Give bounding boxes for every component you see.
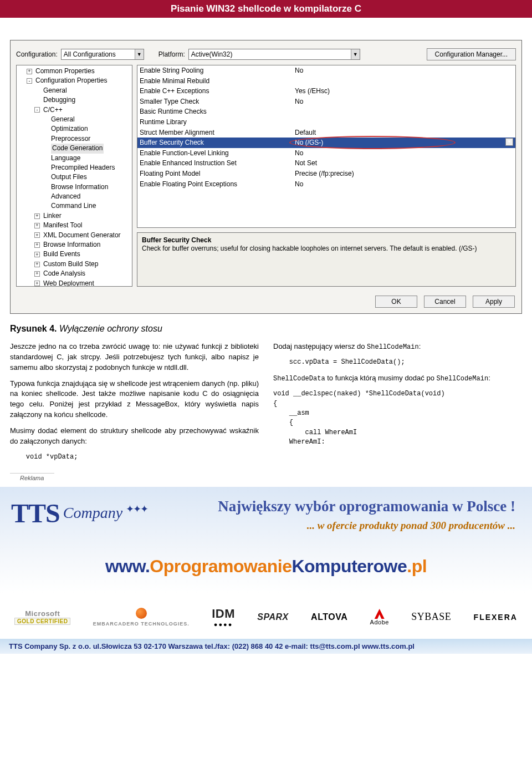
plus-icon[interactable]: + — [34, 281, 40, 286]
tree-node[interactable]: -C/C++ — [19, 105, 130, 115]
property-row[interactable]: Enable Minimal Rebuild — [137, 76, 515, 87]
footer-contact: TTS Company Sp. z o.o. ul.Słowicza 53 02… — [0, 639, 532, 654]
tree-node[interactable]: +Manifest Tool — [19, 221, 130, 230]
chevron-down-icon[interactable]: ▼ — [505, 138, 513, 146]
property-tree[interactable]: +Common Properties-Configuration Propert… — [16, 65, 132, 287]
article-columns: Jeszcze jedno na co trzeba zwrócić uwagę… — [10, 342, 522, 467]
property-list[interactable]: Enable String PoolingNoEnable Minimal Re… — [137, 65, 516, 228]
tree-node-label: Precompiled Headers — [51, 163, 115, 172]
property-row[interactable]: Runtime Library — [137, 117, 515, 128]
property-name: Basic Runtime Checks — [140, 106, 295, 117]
property-name: Struct Member Alignment — [140, 128, 295, 138]
tree-node-label: Browse Information — [43, 240, 100, 250]
property-name: Enable Enhanced Instruction Set — [140, 158, 295, 169]
caption-text: Wyłączenie ochrony stosu — [59, 324, 162, 333]
property-name: Smaller Type Check — [140, 96, 295, 107]
embarcadero-logo: EMBARCADERO TECHNOLOGIES. — [93, 608, 190, 627]
property-row[interactable]: Enable String PoolingNo — [137, 65, 515, 76]
tree-node[interactable]: +Custom Build Step — [19, 260, 130, 269]
tree-node[interactable]: Preprocessor — [19, 134, 130, 144]
plus-icon[interactable]: + — [27, 69, 32, 74]
tree-node[interactable]: Command Line — [19, 201, 130, 211]
page-body: Configuration: All Configurations ▼ Plat… — [0, 18, 532, 473]
property-value — [295, 106, 513, 117]
tree-node[interactable]: Output Files — [19, 172, 130, 182]
property-value — [295, 117, 513, 128]
plus-icon[interactable]: + — [34, 271, 40, 277]
property-value: Precise (/fp:precise) — [295, 169, 513, 179]
tree-node[interactable]: General — [19, 115, 130, 124]
highlight-ellipse — [289, 136, 456, 149]
tts-logo: TTS Company ✦✦✦ — [11, 498, 147, 528]
tree-node-label: Debugging — [43, 95, 75, 105]
cancel-button[interactable]: Cancel — [424, 296, 466, 308]
code-block: void *vpData; — [10, 452, 259, 462]
tree-node[interactable]: Optimization — [19, 124, 130, 134]
plus-icon[interactable]: + — [34, 242, 40, 248]
property-row[interactable]: Smaller Type CheckNo — [137, 96, 515, 107]
property-row[interactable]: Enable Enhanced Instruction SetNot Set — [137, 158, 515, 169]
tree-node[interactable]: General — [19, 86, 130, 95]
tree-node[interactable]: Advanced — [19, 192, 130, 201]
tree-node[interactable]: +Web Deployment — [19, 279, 130, 287]
property-row[interactable]: Struct Member AlignmentDefault — [137, 128, 515, 138]
minus-icon[interactable]: - — [27, 78, 32, 84]
configuration-manager-button[interactable]: Configuration Manager... — [427, 48, 516, 60]
tree-node[interactable]: +Build Events — [19, 250, 130, 259]
idm-logo: IDM ●●●● — [212, 607, 235, 628]
platform-combobox[interactable]: Active(Win32) ▼ — [188, 49, 360, 60]
tree-node-label: Output Files — [51, 172, 87, 182]
right-column: Dodaj następujący wiersz do ShellCodeMai… — [273, 342, 522, 467]
apply-button[interactable]: Apply — [473, 296, 515, 308]
tree-node-label: Code Generation — [51, 144, 104, 153]
plus-icon[interactable]: + — [34, 213, 40, 219]
tree-node[interactable]: +XML Document Generator — [19, 231, 130, 240]
paragraph: Dodaj następujący wiersz do ShellCodeMai… — [273, 342, 522, 352]
chevron-down-icon: ▼ — [351, 49, 360, 59]
ok-button[interactable]: OK — [375, 296, 417, 308]
property-row[interactable]: Floating Point ModelPrecise (/fp:precise… — [137, 169, 515, 179]
logo-company: Company — [63, 504, 122, 522]
tree-node[interactable]: Code Generation — [19, 144, 130, 153]
property-row[interactable]: Enable Function-Level LinkingNo — [137, 148, 515, 159]
tree-node[interactable]: +Code Analysis — [19, 269, 130, 278]
tree-node-label: Preprocessor — [51, 134, 90, 144]
dots-icon: ●●●● — [214, 621, 233, 628]
plus-icon[interactable]: + — [34, 262, 40, 267]
caption-label: Rysunek 4. — [10, 324, 57, 333]
plus-icon[interactable]: + — [34, 252, 40, 257]
paragraph: Jeszcze jedno na co trzeba zwrócić uwagę… — [10, 342, 259, 373]
tree-node-label: General — [51, 115, 75, 124]
tree-node[interactable]: Language — [19, 154, 130, 163]
plus-icon[interactable]: + — [34, 232, 40, 238]
configuration-combobox[interactable]: All Configurations ▼ — [61, 49, 144, 60]
property-name: Enable String Pooling — [140, 65, 295, 76]
tree-node[interactable]: +Linker — [19, 211, 130, 221]
tree-node-label: Advanced — [51, 192, 80, 201]
minus-icon[interactable]: - — [34, 107, 40, 113]
property-value: Not Set — [295, 158, 513, 169]
partner-logos-row: Microsoft GOLD CERTIFIED EMBARCADERO TEC… — [11, 607, 521, 639]
slogan-line: Największy wybór oprogramowania w Polsce… — [147, 498, 515, 515]
property-row[interactable]: Enable C++ ExceptionsYes (/EHsc) — [137, 86, 515, 96]
tree-node-label: Linker — [43, 211, 62, 221]
code-block: void __declspec(naked) *ShellCodeData(vo… — [273, 389, 522, 447]
property-row[interactable]: Basic Runtime Checks — [137, 106, 515, 117]
tree-node[interactable]: Precompiled Headers — [19, 163, 130, 172]
code-block: scc.vpData = ShellCodeData(); — [273, 358, 522, 367]
tree-node[interactable]: Browse Information — [19, 182, 130, 192]
property-panel: Enable String PoolingNoEnable Minimal Re… — [137, 65, 516, 287]
property-name: Floating Point Model — [140, 169, 295, 179]
ad-label: Reklama — [10, 473, 54, 481]
property-row[interactable]: Buffer Security CheckNo (/GS-)▼ — [137, 138, 515, 148]
property-row[interactable]: Enable Floating Point ExceptionsNo — [137, 179, 515, 190]
tree-node-label: Browse Information — [51, 182, 108, 192]
paragraph: ShellCodeData to funkcja którą musimy do… — [273, 373, 522, 384]
tree-node[interactable]: Debugging — [19, 95, 130, 105]
tree-node[interactable]: +Common Properties — [19, 67, 130, 76]
tree-node[interactable]: -Configuration Properties — [19, 76, 130, 85]
tree-node-label: General — [43, 86, 67, 95]
property-name: Enable C++ Exceptions — [140, 86, 295, 96]
tree-node[interactable]: +Browse Information — [19, 240, 130, 250]
plus-icon[interactable]: + — [34, 223, 40, 228]
